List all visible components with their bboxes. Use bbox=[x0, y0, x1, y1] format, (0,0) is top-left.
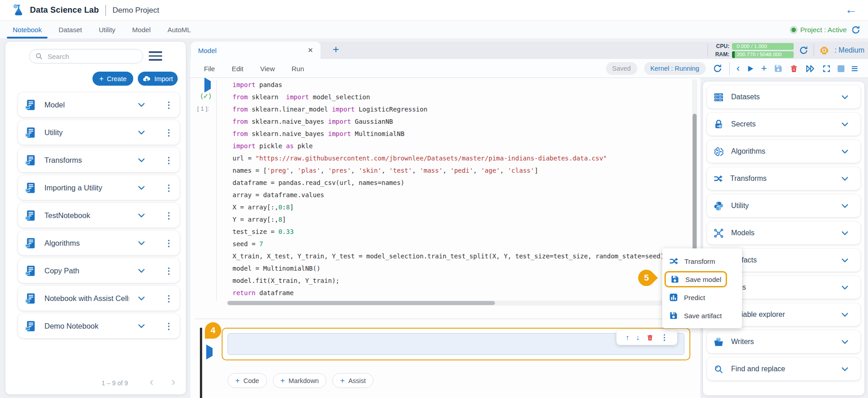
chevron-down-icon[interactable] bbox=[840, 256, 849, 265]
chevron-down-icon[interactable] bbox=[137, 128, 146, 137]
code-line: from sklearn.naive_bayes import Multinom… bbox=[233, 128, 692, 140]
chevron-down-icon[interactable] bbox=[840, 310, 849, 319]
chevron-down-icon[interactable] bbox=[137, 294, 146, 303]
kebab-menu-icon[interactable]: ⋮ bbox=[165, 100, 173, 110]
tab-notebook[interactable]: Notebook bbox=[13, 21, 42, 39]
sidebar-item-utility[interactable]: Utility⋮ bbox=[18, 120, 179, 145]
kebab-menu-icon[interactable]: ⋮ bbox=[165, 183, 173, 193]
kebab-menu-icon[interactable]: ⋮ bbox=[165, 266, 173, 276]
move-cell-up-icon[interactable]: ↑ bbox=[626, 334, 629, 342]
chevron-down-icon[interactable] bbox=[137, 266, 146, 275]
add-markdown-button[interactable]: +Markdown bbox=[273, 373, 327, 388]
panel-item-algorithms[interactable]: Algorithms bbox=[707, 140, 860, 163]
menu-file[interactable]: File bbox=[204, 65, 215, 73]
close-tab-icon[interactable]: ✕ bbox=[307, 46, 313, 54]
create-button[interactable]: + Create bbox=[92, 72, 133, 86]
chevron-down-icon[interactable] bbox=[840, 92, 849, 102]
chevron-down-icon[interactable] bbox=[840, 228, 849, 238]
menu-view[interactable]: View bbox=[260, 65, 275, 73]
notebook-menu-icon[interactable]: ≡ bbox=[851, 63, 858, 74]
chevron-down-icon[interactable] bbox=[137, 238, 146, 248]
new-tab-button[interactable]: + bbox=[333, 43, 339, 56]
chevron-down-icon[interactable] bbox=[840, 174, 849, 183]
notebook-tab-label: Model bbox=[198, 47, 217, 54]
horizontal-scrollbar-handle[interactable] bbox=[228, 301, 495, 305]
kebab-menu-icon[interactable]: ⋮ bbox=[165, 293, 173, 304]
panel-item-models[interactable]: Models bbox=[707, 222, 860, 244]
project-status-label: Project : Active bbox=[800, 26, 847, 34]
tab-model[interactable]: Model bbox=[132, 21, 151, 39]
fullscreen-icon[interactable] bbox=[822, 64, 831, 73]
delete-cell-icon[interactable] bbox=[790, 64, 798, 73]
menu-edit[interactable]: Edit bbox=[232, 65, 243, 73]
kebab-menu-icon[interactable]: ⋮ bbox=[165, 155, 173, 165]
add-cell-icon[interactable]: + bbox=[761, 63, 767, 73]
menu-item-transform[interactable]: Transform bbox=[662, 252, 742, 270]
search-box[interactable] bbox=[29, 49, 143, 63]
stop-kernel-icon[interactable] bbox=[838, 65, 844, 72]
project-refresh-icon[interactable] bbox=[851, 25, 861, 35]
chevron-down-icon[interactable] bbox=[840, 364, 849, 374]
plus-icon: + bbox=[99, 75, 104, 83]
kebab-menu-icon[interactable]: ⋮ bbox=[165, 238, 173, 248]
menu-item-save-artifact[interactable]: Save artifact bbox=[662, 306, 742, 325]
panel-item-find-and-replace[interactable]: Find and replace bbox=[707, 358, 860, 380]
save-notebook-icon[interactable] bbox=[774, 64, 783, 73]
pagination-prev-icon[interactable]: ‹ bbox=[150, 376, 154, 388]
sidebar-item-notebook-with-assist-cells[interactable]: Notebook with Assist Cells⋮ bbox=[18, 286, 179, 311]
menu-item-save-model[interactable]: Save model bbox=[664, 271, 727, 287]
chevron-down-icon[interactable] bbox=[840, 283, 849, 292]
run-cell-icon[interactable] bbox=[747, 65, 754, 73]
pagination-next-icon[interactable]: › bbox=[171, 376, 175, 388]
add-assist-button[interactable]: +Assist bbox=[332, 373, 373, 388]
chevron-down-icon[interactable] bbox=[840, 147, 849, 156]
menu-item-predict[interactable]: Predict bbox=[662, 288, 742, 306]
search-input[interactable] bbox=[47, 52, 137, 61]
chevron-down-icon[interactable] bbox=[840, 337, 849, 346]
sidebar-menu-icon[interactable] bbox=[149, 51, 162, 61]
tab-automl[interactable]: AutoML bbox=[167, 21, 191, 39]
cell-more-options-icon[interactable]: ⋮ bbox=[660, 333, 668, 342]
chevron-down-icon[interactable] bbox=[137, 321, 146, 330]
tab-dataset[interactable]: Dataset bbox=[58, 21, 82, 39]
sidebar-item-algorithms[interactable]: Algorithms⋮ bbox=[18, 231, 179, 255]
kernel-refresh-icon[interactable] bbox=[713, 63, 723, 73]
import-button[interactable]: Import bbox=[138, 72, 178, 86]
run-all-icon[interactable] bbox=[805, 63, 815, 74]
tab-utility[interactable]: Utility bbox=[99, 21, 116, 39]
menu-run[interactable]: Run bbox=[291, 65, 304, 73]
move-cell-down-icon[interactable]: ↓ bbox=[636, 334, 640, 342]
notebook-tab-model[interactable]: Model ✕ bbox=[191, 42, 320, 59]
kebab-menu-icon[interactable]: ⋮ bbox=[165, 210, 173, 221]
panel-item-secrets[interactable]: Secrets bbox=[707, 113, 860, 136]
sidebar-item-importing-a-utility[interactable]: Importing a Utility⋮ bbox=[18, 175, 179, 200]
panel-item-datasets[interactable]: Datasets bbox=[707, 86, 860, 108]
sidebar-item-demo-notebook[interactable]: Demo Notebook⋮ bbox=[18, 314, 179, 338]
run-empty-cell-icon[interactable] bbox=[206, 348, 213, 356]
chevron-down-icon[interactable] bbox=[137, 100, 146, 109]
back-arrow-icon[interactable]: ← bbox=[845, 3, 857, 17]
code-cell-input[interactable] bbox=[228, 333, 684, 355]
add-button-label: Code bbox=[243, 377, 259, 384]
code-editor[interactable]: import pandasfrom sklearn import model_s… bbox=[233, 79, 692, 300]
panel-item-transforms[interactable]: Transforms bbox=[707, 167, 860, 190]
chevron-down-icon[interactable] bbox=[137, 155, 146, 165]
panel-item-writers[interactable]: Writers bbox=[707, 330, 860, 353]
chevron-down-icon[interactable] bbox=[840, 201, 849, 210]
sidebar-item-model[interactable]: Model⋮ bbox=[18, 92, 179, 117]
add-code-button[interactable]: +Code bbox=[228, 373, 267, 388]
delete-cell-icon[interactable] bbox=[646, 334, 654, 341]
run-code-cell-icon[interactable] bbox=[204, 81, 211, 89]
horizontal-scrollbar[interactable] bbox=[227, 301, 691, 306]
panel-item-utility[interactable]: Utility bbox=[707, 194, 860, 217]
collapse-toolbar-icon[interactable]: ‹ bbox=[737, 63, 740, 73]
kebab-menu-icon[interactable]: ⋮ bbox=[165, 127, 173, 138]
chevron-down-icon[interactable] bbox=[840, 120, 849, 129]
chevron-down-icon[interactable] bbox=[137, 183, 146, 192]
sidebar-item-testnotebook[interactable]: TestNotebook⋮ bbox=[18, 203, 179, 228]
sidebar-item-transforms[interactable]: Transforms⋮ bbox=[18, 148, 179, 172]
sidebar-item-copy-path[interactable]: Copy Path⋮ bbox=[18, 258, 179, 283]
kebab-menu-icon[interactable]: ⋮ bbox=[165, 321, 173, 331]
chevron-down-icon[interactable] bbox=[137, 211, 146, 220]
resource-refresh-icon[interactable] bbox=[799, 45, 809, 55]
